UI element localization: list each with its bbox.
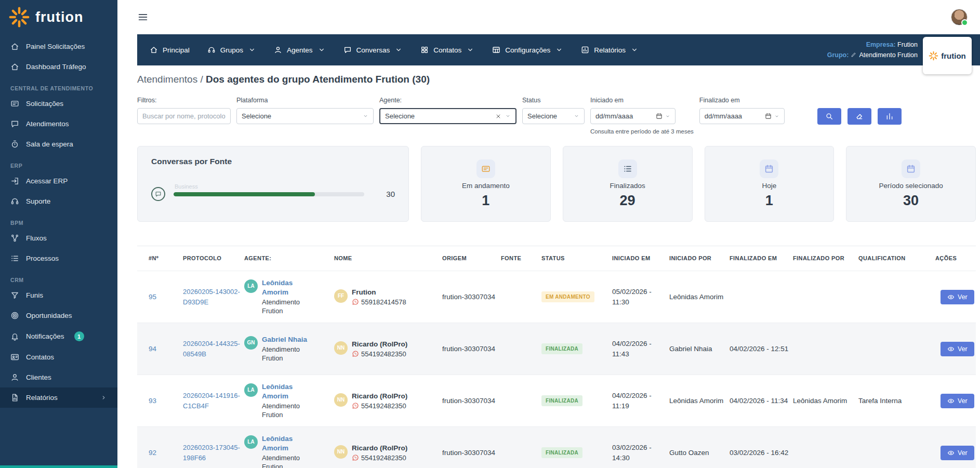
status-select[interactable]: Selecione bbox=[522, 108, 585, 124]
row-number: 93 bbox=[149, 397, 179, 405]
agent-group: Atendimento Frution bbox=[262, 402, 316, 420]
contact-avatar: NN bbox=[334, 393, 348, 407]
sidebar-item-processos[interactable]: Processos bbox=[0, 248, 117, 269]
col-num: #Nº bbox=[149, 255, 179, 262]
sidebar-section-central-atendimento: CENTRAL DE ATENDIMENTO bbox=[0, 77, 117, 93]
calendar-icon bbox=[764, 164, 774, 173]
stat-label: Hoje bbox=[762, 182, 776, 190]
search-button[interactable] bbox=[817, 108, 841, 125]
protocol-link[interactable]: 20260205-143002-D93D9E bbox=[183, 288, 240, 306]
logo-text: frution bbox=[35, 9, 83, 25]
nav-item-configuracoes[interactable]: Configurações bbox=[492, 46, 563, 54]
sidebar-item-acessar-erp[interactable]: Acessar ERP bbox=[0, 171, 117, 191]
sidebar-item-notificacoes[interactable]: Notificações 1 bbox=[0, 326, 117, 347]
file-chart-icon bbox=[10, 393, 19, 402]
breadcrumb-prefix: Atendimentos / bbox=[137, 74, 203, 85]
contact-cell: NN Ricardo (RolPro) 554192482350 bbox=[334, 340, 438, 358]
ver-button[interactable]: Ver bbox=[941, 290, 974, 304]
date-range-hint: Consulta entre período de até 3 meses bbox=[590, 128, 694, 135]
filter-group-agente: Agente: Selecione bbox=[379, 97, 517, 124]
table-row: 95 20260205-143002-D93D9E LA Leônidas Am… bbox=[137, 271, 976, 323]
nav-item-conversas[interactable]: Conversas bbox=[343, 46, 403, 54]
nav-item-principal[interactable]: Principal bbox=[150, 46, 190, 54]
nav-item-agentes[interactable]: Agentes bbox=[274, 46, 326, 54]
contact-avatar: NN bbox=[334, 341, 348, 355]
chevron-down-icon bbox=[774, 114, 779, 119]
frution-logo-icon bbox=[929, 51, 938, 61]
status-badge: FINALIZADA bbox=[541, 343, 582, 354]
sidebar-item-clientes[interactable]: Clientes bbox=[0, 367, 117, 387]
clear-filters-button[interactable] bbox=[847, 108, 871, 125]
calendar-icon[interactable] bbox=[656, 113, 663, 119]
contact-phone: 554192482350 bbox=[352, 454, 407, 462]
edit-pencil-icon[interactable] bbox=[851, 51, 857, 58]
sidebar-item-atendimentos[interactable]: Atendimentos bbox=[0, 114, 117, 134]
agente-select[interactable]: Selecione bbox=[379, 108, 517, 124]
row-number: 94 bbox=[149, 345, 179, 353]
sidebar-nav: Painel Solicitações Dashboard Tráfego CE… bbox=[0, 32, 117, 408]
col-nome: NOME bbox=[334, 255, 438, 262]
sidebar-item-relatorios[interactable]: Relatórios bbox=[0, 387, 117, 408]
user-avatar[interactable] bbox=[951, 9, 968, 25]
card-finalizados: Finalizados 29 bbox=[563, 146, 693, 222]
stat-value: 29 bbox=[620, 193, 635, 209]
col-fonte: FONTE bbox=[501, 255, 537, 262]
nav-item-contatos[interactable]: Contatos bbox=[420, 46, 474, 54]
agent-name-link[interactable]: Gabriel Nhaia bbox=[262, 335, 316, 344]
card-icon bbox=[481, 164, 491, 173]
sidebar-item-sala-de-espera[interactable]: Sala de espera bbox=[0, 134, 117, 154]
breadcrumb: Atendimentos / Dos agentes do grupo Aten… bbox=[137, 74, 976, 85]
agent-group: Atendimento Frution bbox=[262, 454, 316, 468]
source-label: Business bbox=[175, 183, 198, 190]
iniciado-por-cell: Leônidas Amorim bbox=[669, 292, 725, 302]
status-badge: FINALIZADA bbox=[541, 447, 582, 458]
chart-button[interactable] bbox=[878, 108, 902, 125]
sidebar-item-oportunidades[interactable]: Oportunidades bbox=[0, 305, 117, 326]
hamburger-menu-icon[interactable] bbox=[137, 11, 149, 23]
sidebar-item-contatos[interactable]: Contatos bbox=[0, 347, 117, 367]
row-number: 92 bbox=[149, 449, 179, 457]
stat-value: 30 bbox=[903, 193, 919, 209]
sidebar-item-fluxos[interactable]: Fluxos bbox=[0, 228, 117, 248]
clear-selection-icon[interactable] bbox=[495, 113, 501, 119]
agent-name-link[interactable]: Leônidas Amorim bbox=[262, 382, 316, 400]
protocol-link[interactable]: 20260204-141916-C1CB4F bbox=[183, 392, 240, 410]
sidebar-item-funis[interactable]: Funis bbox=[0, 285, 117, 305]
sidebar-item-dashboard-trafego[interactable]: Dashboard Tráfego bbox=[0, 57, 117, 77]
chat-circle-icon bbox=[151, 187, 165, 201]
sidebar-item-painel-solicitacoes[interactable]: Painel Solicitações bbox=[0, 36, 117, 57]
finalizado-em-date-input[interactable]: dd/mm/aaaa bbox=[699, 108, 785, 124]
nav-item-relatorios[interactable]: Relatórios bbox=[581, 46, 639, 54]
nav-item-grupos[interactable]: Grupos bbox=[207, 46, 256, 54]
filter-group-iniciado: Iniciado em dd/mm/aaaa Consulta entre pe… bbox=[590, 97, 694, 135]
chevron-down-icon bbox=[555, 46, 563, 54]
agent-avatar: LA bbox=[244, 435, 258, 449]
search-input[interactable] bbox=[137, 108, 231, 124]
sidebar-logo[interactable]: frution bbox=[0, 0, 117, 32]
contact-name: Ricardo (RolPro) bbox=[352, 340, 407, 348]
sidebar-item-solicitacoes[interactable]: Solicitações bbox=[0, 93, 117, 114]
ver-button[interactable]: Ver bbox=[941, 394, 974, 408]
iniciado-em-date-input[interactable]: dd/mm/aaaa bbox=[590, 108, 676, 124]
headset-icon bbox=[10, 197, 19, 206]
protocol-link[interactable]: 20260203-173045-198F66 bbox=[183, 444, 240, 462]
sidebar-section-erp: ERP bbox=[0, 154, 117, 171]
stat-value: 1 bbox=[765, 193, 773, 209]
plataforma-select[interactable]: Selecione bbox=[236, 108, 374, 124]
agent-cell: LA Leônidas Amorim Atendimento Frution bbox=[244, 434, 330, 468]
page-content: Atendimentos / Dos agentes do grupo Aten… bbox=[117, 65, 980, 468]
iniciado-em-cell: 04/02/2026 - 11:43 bbox=[612, 339, 665, 360]
user-icon bbox=[10, 373, 19, 382]
agent-name-link[interactable]: Leônidas Amorim bbox=[262, 434, 316, 452]
calendar-icon[interactable] bbox=[765, 113, 772, 119]
eraser-icon bbox=[855, 112, 864, 121]
agent-name-link[interactable]: Leônidas Amorim bbox=[262, 278, 316, 297]
sidebar-item-suporte[interactable]: Suporte bbox=[0, 191, 117, 211]
ver-button[interactable]: Ver bbox=[941, 342, 974, 356]
iniciado-em-cell: 04/02/2026 - 11:19 bbox=[612, 391, 665, 412]
chevron-down-icon bbox=[317, 46, 326, 54]
col-finalizado-por: FINALIZADO POR bbox=[793, 255, 854, 262]
contact-cell: NN Ricardo (RolPro) 554192482350 bbox=[334, 392, 438, 410]
ver-button[interactable]: Ver bbox=[941, 446, 974, 460]
protocol-link[interactable]: 20260204-144325-08549B bbox=[183, 340, 240, 358]
